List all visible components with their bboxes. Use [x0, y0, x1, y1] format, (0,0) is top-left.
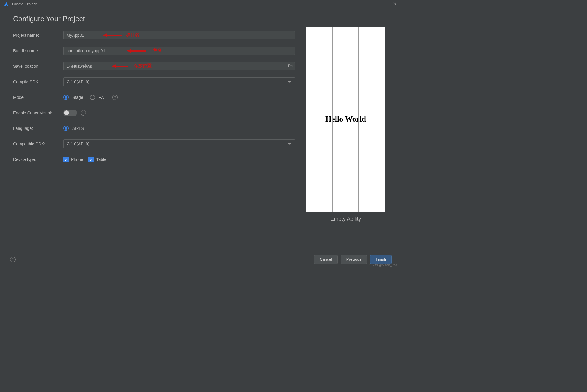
model-label: Model:	[13, 95, 63, 100]
device-tablet-label: Tablet	[96, 157, 107, 162]
compatible-sdk-label: Compatible SDK:	[13, 142, 63, 146]
device-tablet-checkbox[interactable]: ✓	[88, 157, 94, 162]
project-name-label: Project name:	[13, 33, 63, 38]
chevron-down-icon	[288, 143, 291, 145]
device-phone-label: Phone	[71, 157, 83, 162]
compile-sdk-dropdown[interactable]: 3.1.0(API 9)	[63, 77, 295, 86]
cancel-button[interactable]: Cancel	[314, 255, 337, 264]
template-preview: Hello World	[306, 27, 385, 212]
bundle-name-label: Bundle name:	[13, 48, 63, 53]
page-title: Configure Your Project	[13, 15, 295, 23]
compatible-sdk-value: 3.1.0(API 9)	[67, 142, 90, 146]
compatible-sdk-dropdown[interactable]: 3.1.0(API 9)	[63, 139, 295, 148]
compile-sdk-value: 3.1.0(API 9)	[67, 79, 90, 84]
language-label: Language:	[13, 126, 63, 131]
device-type-label: Device type:	[13, 157, 63, 162]
previous-button[interactable]: Previous	[341, 255, 367, 264]
super-visual-help-icon[interactable]: ?	[81, 110, 86, 116]
device-phone-checkbox[interactable]: ✓	[63, 157, 69, 162]
model-fa-radio[interactable]	[90, 95, 95, 100]
footer-help-icon[interactable]: ?	[10, 257, 16, 262]
super-visual-toggle[interactable]	[63, 110, 77, 116]
compile-sdk-label: Compile SDK:	[13, 79, 63, 84]
model-fa-label: FA	[99, 95, 104, 100]
super-visual-label: Enable Super Visual:	[13, 110, 63, 115]
finish-button[interactable]: Finish	[370, 255, 392, 264]
model-stage-label: Stage	[72, 95, 83, 100]
dialog-footer: ? Cancel Previous Finish	[0, 251, 400, 267]
close-icon[interactable]: ✕	[391, 1, 398, 7]
project-name-input[interactable]	[63, 31, 295, 39]
save-location-input[interactable]	[63, 62, 295, 70]
preview-text: Hello World	[325, 115, 366, 124]
title-bar: Create Project ✕	[0, 0, 400, 8]
save-location-label: Save location:	[13, 64, 63, 69]
model-stage-radio[interactable]	[63, 95, 69, 100]
language-arkts-label: ArkTS	[72, 126, 84, 131]
watermark: CSDN @Aileen_0v0	[369, 263, 397, 267]
model-help-icon[interactable]: ?	[112, 95, 118, 100]
language-arkts-radio[interactable]	[63, 126, 69, 131]
preview-caption: Empty Ability	[330, 216, 361, 222]
bundle-name-input[interactable]	[63, 47, 295, 55]
window-title: Create Project	[12, 2, 37, 6]
app-logo-icon	[4, 1, 9, 7]
browse-folder-icon[interactable]	[288, 64, 293, 69]
chevron-down-icon	[288, 81, 291, 83]
